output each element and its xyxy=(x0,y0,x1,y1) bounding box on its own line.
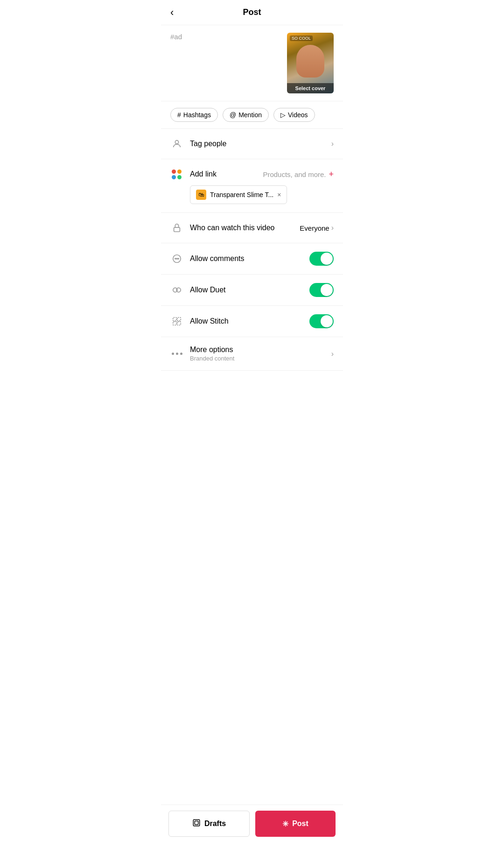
more-options-label: More options xyxy=(190,346,325,354)
who-can-watch-row[interactable]: Who can watch this video Everyone › xyxy=(161,213,343,243)
videos-icon: ▷ xyxy=(280,111,286,119)
link-chip[interactable]: 🛍 Transparent Slime T... × xyxy=(190,185,287,204)
allow-stitch-content: Allow Stitch xyxy=(190,317,303,325)
add-link-row: Add link Products, and more. + 🛍 Transpa… xyxy=(161,159,343,212)
allow-duet-toggle[interactable] xyxy=(309,283,334,297)
toggle-knob xyxy=(321,284,333,296)
add-link-right: Products, and more. + xyxy=(263,170,334,179)
allow-stitch-section: Allow Stitch xyxy=(161,306,343,337)
back-button[interactable]: ‹ xyxy=(170,7,174,19)
chevron-right-icon: › xyxy=(331,350,334,358)
more-options-icon xyxy=(170,347,183,360)
allow-comments-section: Allow comments xyxy=(161,243,343,275)
allow-stitch-row: Allow Stitch xyxy=(161,306,343,337)
drafts-icon xyxy=(192,819,201,829)
chevron-right-icon: › xyxy=(331,224,334,232)
svg-rect-12 xyxy=(193,820,200,826)
video-thumbnail[interactable]: SO COOL Select cover xyxy=(287,33,334,93)
select-cover-label: Select cover xyxy=(295,85,326,91)
products-text: Products, and more. xyxy=(263,170,326,178)
caption-input[interactable]: #ad xyxy=(170,33,281,93)
video-overlay-top: SO COOL xyxy=(290,35,313,41)
header: ‹ Post xyxy=(161,0,343,25)
allow-duet-row: Allow Duet xyxy=(161,275,343,305)
more-options-right: › xyxy=(331,350,334,358)
allow-stitch-toggle[interactable] xyxy=(309,314,334,328)
tag-people-content: Tag people xyxy=(190,140,325,148)
who-can-watch-label: Who can watch this video xyxy=(190,224,293,232)
shop-icon: 🛍 xyxy=(196,190,206,200)
hashtags-label: Hashtags xyxy=(183,111,211,119)
toggle-knob xyxy=(321,315,333,327)
videos-chip[interactable]: ▷ Videos xyxy=(273,108,315,122)
svg-rect-11 xyxy=(177,322,181,325)
tag-people-row[interactable]: Tag people › xyxy=(161,129,343,159)
svg-point-0 xyxy=(175,141,178,144)
add-plus-icon[interactable]: + xyxy=(329,170,334,179)
allow-comments-label: Allow comments xyxy=(190,254,303,263)
videos-label: Videos xyxy=(288,111,308,119)
caption-area: #ad SO COOL Select cover xyxy=(161,25,343,101)
branded-content-label: Branded content xyxy=(190,355,325,362)
who-can-watch-section: Who can watch this video Everyone › xyxy=(161,213,343,243)
who-can-watch-value: Everyone xyxy=(300,224,329,232)
svg-point-4 xyxy=(176,258,177,259)
allow-comments-toggle[interactable] xyxy=(309,252,334,266)
page-title: Post xyxy=(243,7,261,17)
svg-rect-9 xyxy=(177,318,181,321)
tag-people-label: Tag people xyxy=(190,140,325,148)
drafts-button[interactable]: Drafts xyxy=(168,811,250,837)
more-options-row[interactable]: More options Branded content › xyxy=(161,337,343,370)
more-options-section: More options Branded content › xyxy=(161,337,343,371)
duet-icon xyxy=(170,283,183,297)
hashtags-chip[interactable]: # Hashtags xyxy=(170,108,218,122)
allow-comments-row: Allow comments xyxy=(161,243,343,274)
add-link-icon xyxy=(170,168,183,181)
chevron-right-icon: › xyxy=(331,140,334,148)
chips-area: # Hashtags @ Mention ▷ Videos xyxy=(161,101,343,129)
post-label: Post xyxy=(292,820,308,828)
post-button[interactable]: ✳ Post xyxy=(255,811,336,837)
svg-point-3 xyxy=(175,258,176,259)
allow-duet-label: Allow Duet xyxy=(190,286,303,294)
close-chip-button[interactable]: × xyxy=(277,191,281,198)
toggle-knob xyxy=(321,253,333,265)
add-link-label: Add link xyxy=(190,170,217,178)
who-can-watch-content: Who can watch this video xyxy=(190,224,293,232)
allow-stitch-label: Allow Stitch xyxy=(190,317,303,325)
lock-icon xyxy=(170,221,183,234)
allow-duet-content: Allow Duet xyxy=(190,286,303,294)
link-chip-text: Transparent Slime T... xyxy=(210,191,273,198)
mention-chip[interactable]: @ Mention xyxy=(223,108,269,122)
stitch-icon xyxy=(170,315,183,328)
bottom-bar: Drafts ✳ Post xyxy=(161,805,343,848)
svg-rect-10 xyxy=(173,322,176,325)
allow-duet-section: Allow Duet xyxy=(161,275,343,306)
person-icon xyxy=(170,137,183,150)
add-link-section: Add link Products, and more. + 🛍 Transpa… xyxy=(161,159,343,213)
svg-rect-1 xyxy=(174,227,180,232)
mention-icon: @ xyxy=(230,111,236,119)
hashtag-icon: # xyxy=(177,111,181,119)
allow-comments-content: Allow comments xyxy=(190,254,303,263)
tag-people-section: Tag people › xyxy=(161,129,343,159)
svg-rect-13 xyxy=(195,821,198,825)
comment-icon xyxy=(170,252,183,265)
mention-label: Mention xyxy=(238,111,262,119)
drafts-label: Drafts xyxy=(204,820,226,828)
more-options-content: More options Branded content xyxy=(190,346,325,362)
who-can-watch-right: Everyone › xyxy=(300,224,334,232)
svg-rect-8 xyxy=(173,318,176,321)
svg-point-5 xyxy=(178,258,179,259)
tag-people-right: › xyxy=(331,140,334,148)
post-icon: ✳ xyxy=(282,820,288,828)
